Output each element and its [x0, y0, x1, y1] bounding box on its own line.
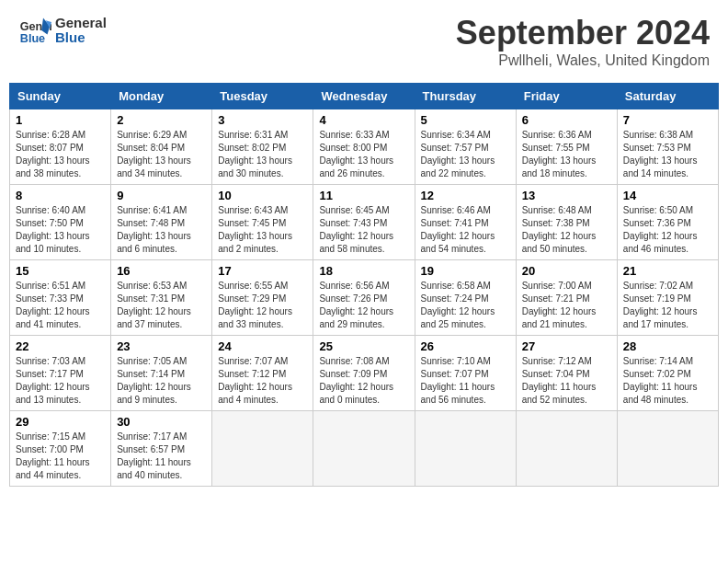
- calendar-cell: 25Sunrise: 7:08 AMSunset: 7:09 PMDayligh…: [313, 336, 415, 411]
- day-number: 2: [117, 113, 206, 127]
- day-number: 16: [117, 264, 206, 278]
- col-friday: Friday: [516, 84, 617, 109]
- day-info: Sunrise: 7:14 AMSunset: 7:02 PMDaylight:…: [623, 356, 698, 405]
- day-info: Sunrise: 6:58 AMSunset: 7:24 PMDaylight:…: [421, 281, 495, 329]
- location: Pwllheli, Wales, United Kingdom: [456, 52, 710, 69]
- day-number: 26: [421, 339, 510, 353]
- calendar-cell: 19Sunrise: 6:58 AMSunset: 7:24 PMDayligh…: [415, 260, 516, 336]
- calendar-cell: 10Sunrise: 6:43 AMSunset: 7:45 PMDayligh…: [212, 185, 313, 260]
- week-row: 15Sunrise: 6:51 AMSunset: 7:33 PMDayligh…: [10, 260, 719, 336]
- day-info: Sunrise: 7:05 AMSunset: 7:14 PMDaylight:…: [117, 356, 191, 405]
- calendar-cell: 7Sunrise: 6:38 AMSunset: 7:53 PMDaylight…: [617, 109, 718, 185]
- col-tuesday: Tuesday: [212, 84, 313, 109]
- day-info: Sunrise: 7:08 AMSunset: 7:09 PMDaylight:…: [319, 356, 393, 405]
- day-info: Sunrise: 7:03 AMSunset: 7:17 PMDaylight:…: [16, 356, 90, 405]
- day-info: Sunrise: 6:43 AMSunset: 7:45 PMDaylight:…: [218, 205, 292, 254]
- day-info: Sunrise: 6:33 AMSunset: 8:00 PMDaylight:…: [319, 130, 393, 178]
- day-number: 12: [421, 189, 510, 202]
- week-row: 29Sunrise: 7:15 AMSunset: 7:00 PMDayligh…: [10, 411, 719, 487]
- day-number: 21: [623, 264, 712, 278]
- day-info: Sunrise: 7:17 AMSunset: 6:57 PMDaylight:…: [117, 431, 191, 480]
- day-number: 14: [623, 189, 712, 202]
- calendar-cell: 16Sunrise: 6:53 AMSunset: 7:31 PMDayligh…: [111, 260, 212, 336]
- col-sunday: Sunday: [10, 84, 111, 109]
- calendar-cell: 8Sunrise: 6:40 AMSunset: 7:50 PMDaylight…: [10, 185, 111, 260]
- day-info: Sunrise: 6:36 AMSunset: 7:55 PMDaylight:…: [522, 130, 597, 178]
- day-number: 9: [117, 189, 206, 202]
- day-number: 3: [218, 113, 307, 127]
- calendar-cell: 2Sunrise: 6:29 AMSunset: 8:04 PMDaylight…: [111, 109, 212, 185]
- day-info: Sunrise: 6:56 AMSunset: 7:26 PMDaylight:…: [319, 281, 393, 329]
- col-wednesday: Wednesday: [313, 84, 415, 109]
- calendar-cell: 1Sunrise: 6:28 AMSunset: 8:07 PMDaylight…: [10, 109, 111, 185]
- col-monday: Monday: [111, 84, 212, 109]
- calendar-cell: 27Sunrise: 7:12 AMSunset: 7:04 PMDayligh…: [516, 336, 617, 411]
- day-number: 24: [218, 339, 307, 353]
- day-info: Sunrise: 6:45 AMSunset: 7:43 PMDaylight:…: [319, 205, 393, 254]
- calendar-cell: 11Sunrise: 6:45 AMSunset: 7:43 PMDayligh…: [313, 185, 415, 260]
- svg-text:Blue: Blue: [20, 32, 45, 45]
- week-row: 8Sunrise: 6:40 AMSunset: 7:50 PMDaylight…: [10, 185, 719, 260]
- day-number: 22: [16, 339, 105, 353]
- calendar-cell: 14Sunrise: 6:50 AMSunset: 7:36 PMDayligh…: [617, 185, 718, 260]
- day-number: 10: [218, 189, 307, 202]
- calendar-cell: [617, 411, 718, 487]
- day-number: 25: [319, 339, 408, 353]
- calendar-cell: 22Sunrise: 7:03 AMSunset: 7:17 PMDayligh…: [10, 336, 111, 411]
- day-info: Sunrise: 7:15 AMSunset: 7:00 PMDaylight:…: [16, 431, 90, 480]
- day-number: 20: [522, 264, 611, 278]
- day-number: 7: [623, 113, 712, 127]
- day-info: Sunrise: 7:02 AMSunset: 7:19 PMDaylight:…: [623, 281, 698, 329]
- col-thursday: Thursday: [415, 84, 516, 109]
- calendar-cell: 13Sunrise: 6:48 AMSunset: 7:38 PMDayligh…: [516, 185, 617, 260]
- calendar-cell: 29Sunrise: 7:15 AMSunset: 7:00 PMDayligh…: [10, 411, 111, 487]
- calendar-cell: 9Sunrise: 6:41 AMSunset: 7:48 PMDaylight…: [111, 185, 212, 260]
- calendar-cell: 4Sunrise: 6:33 AMSunset: 8:00 PMDaylight…: [313, 109, 415, 185]
- calendar-header-row: Sunday Monday Tuesday Wednesday Thursday…: [10, 84, 719, 109]
- day-number: 23: [117, 339, 206, 353]
- day-number: 4: [319, 113, 408, 127]
- col-saturday: Saturday: [617, 84, 718, 109]
- day-info: Sunrise: 7:12 AMSunset: 7:04 PMDaylight:…: [522, 356, 597, 405]
- calendar-cell: 28Sunrise: 7:14 AMSunset: 7:02 PMDayligh…: [617, 336, 718, 411]
- calendar-cell: 6Sunrise: 6:36 AMSunset: 7:55 PMDaylight…: [516, 109, 617, 185]
- day-info: Sunrise: 6:51 AMSunset: 7:33 PMDaylight:…: [16, 281, 90, 329]
- calendar-cell: [415, 411, 516, 487]
- calendar-cell: 12Sunrise: 6:46 AMSunset: 7:41 PMDayligh…: [415, 185, 516, 260]
- calendar-cell: 17Sunrise: 6:55 AMSunset: 7:29 PMDayligh…: [212, 260, 313, 336]
- calendar-cell: 3Sunrise: 6:31 AMSunset: 8:02 PMDaylight…: [212, 109, 313, 185]
- day-info: Sunrise: 6:53 AMSunset: 7:31 PMDaylight:…: [117, 281, 191, 329]
- week-row: 1Sunrise: 6:28 AMSunset: 8:07 PMDaylight…: [10, 109, 719, 185]
- day-info: Sunrise: 7:07 AMSunset: 7:12 PMDaylight:…: [218, 356, 292, 405]
- day-number: 28: [623, 339, 712, 353]
- logo-line1: General: [55, 16, 107, 31]
- day-info: Sunrise: 7:00 AMSunset: 7:21 PMDaylight:…: [522, 281, 597, 329]
- day-info: Sunrise: 6:34 AMSunset: 7:57 PMDaylight:…: [421, 130, 495, 178]
- day-number: 18: [319, 264, 408, 278]
- calendar-cell: [212, 411, 313, 487]
- day-number: 19: [421, 264, 510, 278]
- day-info: Sunrise: 7:10 AMSunset: 7:07 PMDaylight:…: [421, 356, 495, 405]
- day-number: 30: [117, 415, 206, 429]
- calendar-cell: 26Sunrise: 7:10 AMSunset: 7:07 PMDayligh…: [415, 336, 516, 411]
- logo: General Blue General Blue: [18, 14, 107, 47]
- calendar-cell: 18Sunrise: 6:56 AMSunset: 7:26 PMDayligh…: [313, 260, 415, 336]
- day-number: 13: [522, 189, 611, 202]
- day-info: Sunrise: 6:40 AMSunset: 7:50 PMDaylight:…: [16, 205, 90, 254]
- page-header: General Blue General Blue September 2024…: [9, 9, 719, 74]
- day-info: Sunrise: 6:50 AMSunset: 7:36 PMDaylight:…: [623, 205, 698, 254]
- logo-icon: General Blue: [18, 14, 51, 47]
- day-info: Sunrise: 6:29 AMSunset: 8:04 PMDaylight:…: [117, 130, 191, 178]
- calendar-cell: [313, 411, 415, 487]
- title-section: September 2024 Pwllheli, Wales, United K…: [456, 14, 710, 69]
- day-number: 1: [16, 113, 105, 127]
- day-number: 17: [218, 264, 307, 278]
- day-info: Sunrise: 6:41 AMSunset: 7:48 PMDaylight:…: [117, 205, 191, 254]
- week-row: 22Sunrise: 7:03 AMSunset: 7:17 PMDayligh…: [10, 336, 719, 411]
- calendar-cell: 24Sunrise: 7:07 AMSunset: 7:12 PMDayligh…: [212, 336, 313, 411]
- logo-line2: Blue: [55, 30, 107, 46]
- day-number: 8: [16, 189, 105, 202]
- day-number: 11: [319, 189, 408, 202]
- day-info: Sunrise: 6:46 AMSunset: 7:41 PMDaylight:…: [421, 205, 495, 254]
- day-info: Sunrise: 6:38 AMSunset: 7:53 PMDaylight:…: [623, 130, 698, 178]
